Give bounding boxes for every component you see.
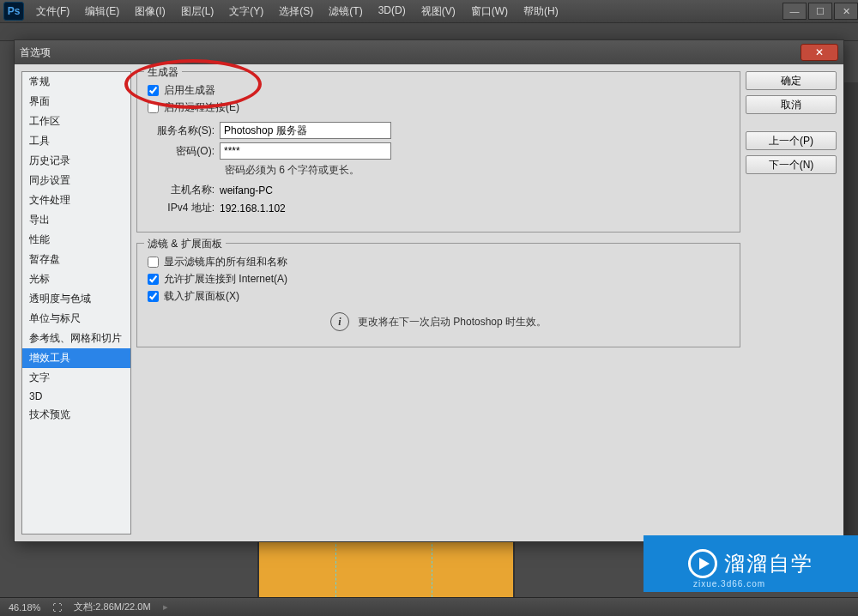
preferences-dialog: 首选项 ✕ 常规 界面 工作区 工具 历史记录 同步设置 文件处理 导出 性能 … (14, 39, 844, 542)
menu-view[interactable]: 视图(V) (414, 2, 462, 21)
dialog-titlebar: 首选项 ✕ (15, 40, 843, 64)
info-icon: i (330, 312, 349, 331)
sidebar-item-transparency[interactable]: 透明度与色域 (22, 289, 130, 309)
ipv4-label: IPv4 地址: (148, 201, 220, 215)
options-bar (0, 22, 858, 41)
play-icon (688, 549, 717, 578)
sidebar-item-cursors[interactable]: 光标 (22, 269, 130, 289)
dialog-close-button[interactable]: ✕ (801, 44, 838, 61)
allow-internet-checkbox[interactable] (148, 274, 159, 285)
service-name-label: 服务名称(S): (148, 124, 220, 138)
sidebar-item-sync[interactable]: 同步设置 (22, 171, 130, 190)
menu-layer[interactable]: 图层(L) (174, 2, 221, 21)
service-name-input[interactable] (220, 122, 391, 139)
filter-ext-legend: 滤镜 & 扩展面板 (144, 237, 226, 251)
app-menubar: Ps 文件(F) 编辑(E) 图像(I) 图层(L) 文字(Y) 选择(S) 滤… (0, 0, 858, 22)
sidebar-item-techpreview[interactable]: 技术预览 (22, 405, 130, 425)
window-minimize-icon[interactable]: — (782, 3, 807, 20)
password-input[interactable] (220, 142, 391, 160)
prefs-content: 生成器 启用生成器 启用远程连接(E) 服务名称(S): 密码(O): (136, 71, 740, 534)
next-button[interactable]: 下一个(N) (746, 155, 837, 174)
load-panels-checkbox[interactable] (148, 291, 159, 302)
enable-remote-label: 启用远程连接(E) (164, 100, 239, 115)
cancel-button[interactable]: 取消 (746, 95, 837, 114)
show-all-groups-checkbox[interactable] (148, 257, 159, 268)
sidebar-item-interface[interactable]: 界面 (22, 92, 130, 112)
sidebar-item-filehandling[interactable]: 文件处理 (22, 190, 130, 210)
generator-group: 生成器 启用生成器 启用远程连接(E) 服务名称(S): 密码(O): (136, 71, 740, 233)
ok-button[interactable]: 确定 (746, 71, 837, 90)
doc-size: 文档:2.86M/22.0M (74, 601, 150, 613)
generator-legend: 生成器 (144, 65, 182, 80)
show-all-groups-label: 显示滤镜库的所有组和名称 (164, 255, 287, 269)
sidebar-item-guides[interactable]: 参考线、网格和切片 (22, 329, 130, 348)
sidebar-item-performance[interactable]: 性能 (22, 230, 130, 250)
sidebar-item-tools[interactable]: 工具 (22, 131, 130, 151)
ipv4-value: 192.168.1.102 (220, 202, 286, 214)
menu-3d[interactable]: 3D(D) (372, 2, 413, 21)
filter-ext-group: 滤镜 & 扩展面板 显示滤镜库的所有组和名称 允许扩展连接到 Internet(… (136, 243, 740, 347)
sidebar-item-workspace[interactable]: 工作区 (22, 112, 130, 131)
window-controls: — ☐ ✕ (781, 3, 858, 20)
main-menu: 文件(F) 编辑(E) 图像(I) 图层(L) 文字(Y) 选择(S) 滤镜(T… (29, 2, 565, 21)
password-hint: 密码必须为 6 个字符或更长。 (225, 163, 729, 178)
sidebar-item-history[interactable]: 历史记录 (22, 151, 130, 171)
menu-filter[interactable]: 滤镜(T) (322, 2, 369, 21)
enable-remote-checkbox[interactable] (148, 102, 159, 113)
sidebar-item-3d[interactable]: 3D (22, 388, 130, 405)
load-panels-label: 载入扩展面板(X) (164, 289, 239, 304)
enable-generator-label: 启用生成器 (164, 83, 215, 98)
menu-select[interactable]: 选择(S) (272, 2, 320, 21)
enable-generator-checkbox[interactable] (148, 85, 159, 96)
sidebar-item-general[interactable]: 常规 (22, 72, 130, 92)
menu-window[interactable]: 窗口(W) (464, 2, 515, 21)
expand-icon[interactable]: ⛶ (52, 602, 62, 613)
sidebar-item-export[interactable]: 导出 (22, 210, 130, 230)
menu-type[interactable]: 文字(Y) (222, 2, 270, 21)
window-close-icon[interactable]: ✕ (834, 3, 858, 20)
ps-logo-icon: Ps (3, 2, 24, 21)
sidebar-item-plugins[interactable]: 增效工具 (22, 348, 130, 368)
password-label: 密码(O): (148, 144, 220, 159)
prev-button[interactable]: 上一个(P) (746, 131, 837, 150)
sidebar-item-scratchdisks[interactable]: 暂存盘 (22, 250, 130, 269)
sidebar-item-type[interactable]: 文字 (22, 368, 130, 388)
menu-edit[interactable]: 编辑(E) (78, 2, 126, 21)
hostname-value: weifang-PC (220, 184, 273, 196)
status-chevron-icon[interactable]: ▸ (163, 601, 168, 613)
menu-image[interactable]: 图像(I) (128, 2, 172, 21)
watermark-brand: 溜溜自学 (724, 553, 813, 574)
sidebar-item-units[interactable]: 单位与标尺 (22, 309, 130, 329)
prefs-category-list[interactable]: 常规 界面 工作区 工具 历史记录 同步设置 文件处理 导出 性能 暂存盘 光标… (21, 71, 131, 534)
restart-note: 更改将在下一次启动 Photoshop 时生效。 (358, 315, 547, 329)
allow-internet-label: 允许扩展连接到 Internet(A) (164, 272, 287, 287)
window-maximize-icon[interactable]: ☐ (808, 3, 832, 20)
watermark-badge: 溜溜自学 zixue.3d66.com (644, 535, 858, 592)
watermark-url: zixue.3d66.com (693, 580, 765, 589)
zoom-value[interactable]: 46.18% (9, 602, 40, 613)
dialog-title-text: 首选项 (20, 45, 51, 60)
menu-file[interactable]: 文件(F) (29, 2, 76, 21)
dialog-button-column: 确定 取消 上一个(P) 下一个(N) (746, 71, 837, 534)
menu-help[interactable]: 帮助(H) (517, 2, 565, 21)
hostname-label: 主机名称: (148, 183, 220, 197)
status-bar: 46.18% ⛶ 文档:2.86M/22.0M ▸ (0, 597, 858, 616)
